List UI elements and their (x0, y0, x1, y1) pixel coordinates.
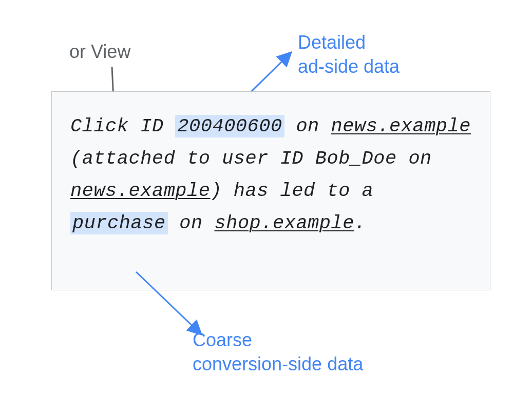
annotation-or-view: or View (69, 41, 130, 63)
annotation-coarse: Coarse conversion-side data (193, 328, 363, 377)
annotation-coarse-line2: conversion-side data (193, 353, 363, 374)
annotation-or-view-text: or View (69, 41, 130, 62)
highlight-purchase: purchase (70, 212, 168, 234)
text-part6: . (354, 212, 366, 234)
text-part2: on (284, 115, 331, 137)
text-part1: Click ID (70, 115, 175, 137)
annotation-detailed: Detailed ad-side data (298, 31, 400, 79)
highlight-click-id: 200400600 (175, 115, 284, 137)
underline-shop: shop.example (214, 212, 354, 234)
text-part5: on (168, 212, 215, 234)
text-box: Click ID 200400600 on news.example (atta… (51, 91, 490, 290)
text-part3: (attached to user ID Bob_Doe on (70, 148, 432, 169)
text-part4: ) has led to a (210, 180, 373, 202)
annotation-detailed-line1: Detailed (298, 32, 366, 53)
underline-news1: news.example (331, 115, 471, 137)
annotation-coarse-line1: Coarse (193, 329, 252, 350)
annotation-detailed-line2: ad-side data (298, 56, 400, 77)
text-content: Click ID 200400600 on news.example (atta… (70, 110, 471, 240)
underline-news2: news.example (70, 180, 210, 202)
